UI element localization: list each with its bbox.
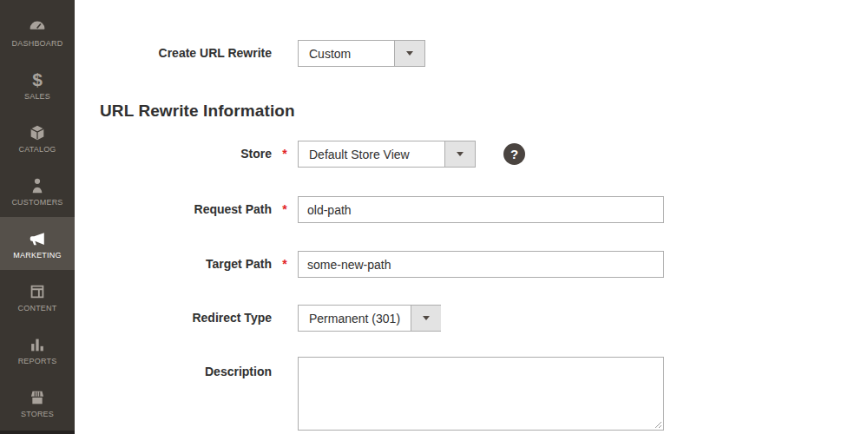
create-url-rewrite-row: Create URL Rewrite Custom	[75, 40, 425, 67]
chevron-down-icon	[423, 316, 430, 320]
target-path-row: Target Path *	[75, 251, 664, 278]
sidebar-item-label: SALES	[24, 93, 50, 101]
sidebar-bottom-edge	[0, 431, 75, 434]
request-path-label: Request Path	[75, 196, 272, 223]
sidebar-item-content[interactable]: CONTENT	[0, 270, 75, 323]
request-path-row: Request Path *	[75, 196, 664, 223]
stores-storefront-icon	[28, 387, 47, 408]
create-url-rewrite-label: Create URL Rewrite	[75, 40, 272, 67]
redirect-type-label: Redirect Type	[75, 305, 272, 332]
required-asterisk: *	[272, 196, 298, 223]
sidebar-item-label: CUSTOMERS	[11, 199, 62, 207]
sidebar-item-sales[interactable]: $ SALES	[0, 58, 75, 111]
catalog-box-icon	[28, 122, 47, 143]
create-url-rewrite-value: Custom	[299, 41, 394, 66]
customers-person-icon	[28, 175, 47, 196]
select-caret-box	[411, 306, 441, 331]
sidebar-item-label: CATALOG	[18, 146, 56, 154]
chevron-down-icon	[406, 51, 413, 56]
request-path-input[interactable]	[298, 196, 664, 223]
target-path-input[interactable]	[298, 251, 664, 278]
sidebar-item-label: REPORTS	[18, 358, 57, 365]
content-layout-icon	[28, 281, 47, 302]
sidebar-item-label: CONTENT	[18, 305, 57, 312]
description-row: Description	[75, 357, 664, 431]
dashboard-gauge-icon	[28, 16, 47, 37]
sidebar-item-label: MARKETING	[13, 252, 61, 260]
chevron-down-icon	[457, 152, 464, 156]
select-caret-box	[444, 141, 475, 167]
redirect-type-value: Permanent (301)	[299, 306, 411, 331]
sidebar-item-catalog[interactable]: CATALOG	[0, 111, 75, 164]
select-caret-box	[394, 41, 424, 66]
redirect-type-row: Redirect Type Permanent (301)	[75, 305, 441, 332]
marketing-megaphone-icon	[28, 228, 47, 249]
sales-dollar-icon: $	[32, 69, 43, 90]
sidebar-item-stores[interactable]: STORES	[0, 376, 75, 429]
section-title: URL Rewrite Information	[100, 102, 295, 121]
store-select[interactable]: Default Store View	[298, 141, 476, 168]
sidebar-item-customers[interactable]: CUSTOMERS	[0, 164, 75, 217]
sidebar-item-label: DASHBOARD	[12, 40, 63, 48]
sidebar-item-label: STORES	[21, 411, 54, 418]
store-row: Store * Default Store View ?	[75, 141, 525, 168]
required-asterisk: *	[272, 251, 298, 278]
create-url-rewrite-select[interactable]: Custom	[298, 40, 425, 67]
reports-bar-chart-icon	[28, 334, 47, 355]
store-label: Store	[75, 141, 272, 168]
sidebar-item-marketing[interactable]: MARKETING	[0, 217, 75, 270]
description-textarea[interactable]	[298, 357, 664, 431]
admin-sidebar: DASHBOARD $ SALES CATALOG CUSTOMERS MARK…	[0, 0, 75, 434]
url-rewrite-form: Create URL Rewrite Custom URL Rewrite In…	[75, 0, 868, 434]
redirect-type-select[interactable]: Permanent (301)	[298, 305, 441, 332]
sidebar-item-reports[interactable]: REPORTS	[0, 323, 75, 376]
required-asterisk: *	[272, 141, 298, 168]
store-select-value: Default Store View	[299, 141, 444, 167]
help-icon[interactable]: ?	[503, 143, 525, 165]
description-field-wrap	[298, 357, 664, 431]
description-label: Description	[75, 357, 272, 378]
target-path-label: Target Path	[75, 251, 272, 278]
sidebar-item-dashboard[interactable]: DASHBOARD	[0, 5, 75, 58]
